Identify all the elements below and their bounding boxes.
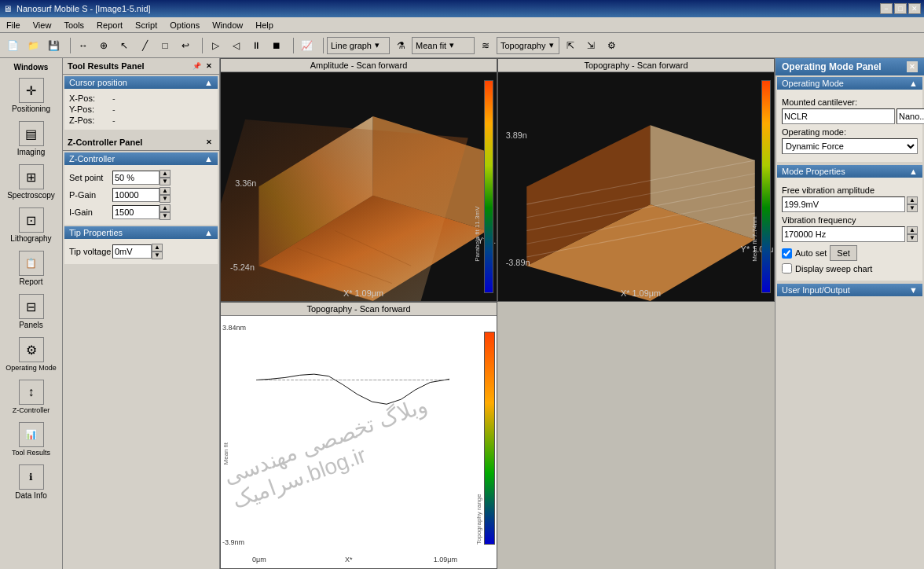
tb-mean-fit-dropdown[interactable]: Mean fit [412,37,475,54]
p-gain-up[interactable]: ▲ [160,187,170,195]
topography-forward-viewport[interactable]: X* 1.09μm Y* 1.09μm 3.89n -3.89n Mean fi… [498,72,774,301]
sidebar-item-report[interactable]: 📋 Report [3,248,59,289]
tb-pause[interactable]: ⏸ [247,36,266,55]
sidebar-item-z-controller[interactable]: ↕ Z-Controller [3,376,59,417]
profile-x-mid: X* [345,556,353,563]
p-gain-label: P-Gain [69,190,112,200]
tb-new[interactable]: 📄 [3,36,22,55]
tb-open[interactable]: 📁 [24,36,42,55]
tb-stop[interactable]: ⏹ [267,36,286,55]
tb-box[interactable]: □ [156,36,174,55]
set-point-down[interactable]: ▼ [160,178,170,185]
p-gain-down[interactable]: ▼ [160,195,170,203]
titlebar: 🖥 Nanosurf Mobile S - [Image1-5.nid] − □… [0,0,924,17]
menu-view[interactable]: View [27,19,58,31]
menu-report[interactable]: Report [90,19,129,31]
operating-mode-select[interactable]: Dynamic Force [782,138,918,154]
menu-file[interactable]: File [0,19,27,31]
z-controller-section-header[interactable]: Z-Controller ▲ [64,152,218,165]
tb-spectrum[interactable]: 📈 [297,36,316,55]
tb-settings[interactable]: ⚙ [602,36,621,55]
tb-cursor[interactable]: ↖ [115,36,134,55]
tip-properties-section: Tip Properties ▲ Tip voltage ▲ ▼ [64,226,218,264]
tb-line[interactable]: ╱ [135,36,154,55]
tool-panel-close[interactable]: ✕ [204,61,214,72]
tool-results-panel: Tool Results Panel 📌 ✕ Cursor position ▲… [63,58,219,131]
topography-profile-title: Topography - Scan forward [221,303,497,316]
operating-mode-section-header[interactable]: Operating Mode ▲ [777,77,922,90]
vibration-freq-row: ▲ ▼ [782,226,918,242]
tb-scan-fwd[interactable]: ▷ [206,36,225,55]
auto-set-row: Auto set Set [782,245,918,261]
left-panels: Tool Results Panel 📌 ✕ Cursor position ▲… [63,58,220,569]
sidebar-item-operating-mode[interactable]: ⚙ Operating Mode [3,334,59,375]
tool-panel-pin[interactable]: 📌 [191,61,202,72]
menu-script[interactable]: Script [129,19,163,31]
tool-results-icon: 📊 [19,422,44,447]
free-vibration-down[interactable]: ▼ [907,204,918,212]
profile-svg [256,332,449,428]
app-maximize-btn[interactable]: □ [894,3,907,14]
tb-move[interactable]: ↔ [74,36,93,55]
cursor-collapse-icon: ▲ [204,78,213,87]
svg-rect-3 [221,119,468,301]
user-io-label: User Input/Output [782,285,850,295]
tb-zoom[interactable]: ⊕ [94,36,113,55]
tip-voltage-input[interactable] [112,244,152,259]
menu-options[interactable]: Options [163,19,206,31]
mode-properties-header[interactable]: Mode Properties ▲ [777,165,922,178]
tip-voltage-up[interactable]: ▲ [152,244,163,251]
profile-y-top: 3.84nm [222,324,246,332]
vibration-freq-up[interactable]: ▲ [907,226,918,234]
i-gain-input[interactable] [112,205,160,219]
amplitude-viewport[interactable]: X* 1.09μm Y* 1.09μm 3.36n -5.24n Parabol… [221,72,497,301]
sidebar-item-tool-results[interactable]: 📊 Tool Results [3,419,59,460]
tb-scan-bwd[interactable]: ◁ [226,36,245,55]
tb-undo[interactable]: ↩ [176,36,195,55]
app-close-btn[interactable]: ✕ [908,3,921,14]
i-gain-up[interactable]: ▲ [160,204,170,212]
p-gain-input[interactable] [112,188,160,202]
profile-y-bottom: -3.9nm [222,538,244,546]
app-title: Nanosurf Mobile S - [Image1-5.nid] [16,4,151,13]
vibration-freq-input[interactable] [782,226,905,242]
topography-svg: X* 1.09μm Y* 1.09μm 3.89n -3.89n [498,72,774,301]
set-point-input[interactable] [112,171,160,185]
sidebar-item-imaging[interactable]: ▤ Imaging [3,118,59,160]
tip-voltage-down[interactable]: ▼ [152,251,163,259]
menu-window[interactable]: Window [206,19,249,31]
sidebar-item-data-info[interactable]: ℹ Data Info [3,461,59,503]
user-io-header[interactable]: User Input/Output ▼ [777,284,922,296]
tb-save[interactable]: 💾 [44,36,63,55]
tb-line-graph-dropdown[interactable]: Line graph [327,37,390,54]
free-vibration-input[interactable] [782,196,905,212]
vibration-freq-down[interactable]: ▼ [907,234,918,242]
sidebar-item-positioning[interactable]: ✛ Positioning [3,75,59,116]
tb-filter[interactable]: ⚗ [391,36,410,55]
z-panel-close[interactable]: ✕ [204,137,214,148]
display-sweep-checkbox[interactable] [782,263,792,273]
menu-help[interactable]: Help [249,19,280,31]
set-button[interactable]: Set [830,245,857,261]
op-panel-close[interactable]: ✕ [907,61,918,72]
set-point-up[interactable]: ▲ [160,170,170,178]
sidebar-item-lithography[interactable]: ⊡ Lithography [3,204,59,246]
amplitude-scan-panel: Amplitude - Scan forward [220,58,497,302]
cursor-position-header[interactable]: Cursor position ▲ [64,76,218,89]
svg-text:X* 1.09μm: X* 1.09μm [621,290,661,299]
tb-resize2[interactable]: ⇲ [581,36,600,55]
auto-set-checkbox[interactable] [782,248,792,259]
sidebar-item-panels[interactable]: ⊟ Panels [3,291,59,332]
amplitude-colorbar [484,80,493,293]
free-vibration-up[interactable]: ▲ [907,196,918,204]
tb-resize[interactable]: ⇱ [561,36,580,55]
tb-topo-icon[interactable]: ≋ [476,36,495,55]
tip-properties-header[interactable]: Tip Properties ▲ [64,226,218,239]
nclr-input[interactable] [782,108,895,124]
menu-tools[interactable]: Tools [57,19,90,31]
app-minimize-btn[interactable]: − [880,3,893,14]
i-gain-down[interactable]: ▼ [160,212,170,220]
sidebar-item-spectroscopy[interactable]: ⊞ Spectroscopy [3,161,59,203]
nano-input[interactable] [896,108,924,124]
tb-topography-dropdown[interactable]: Topography [497,37,559,54]
